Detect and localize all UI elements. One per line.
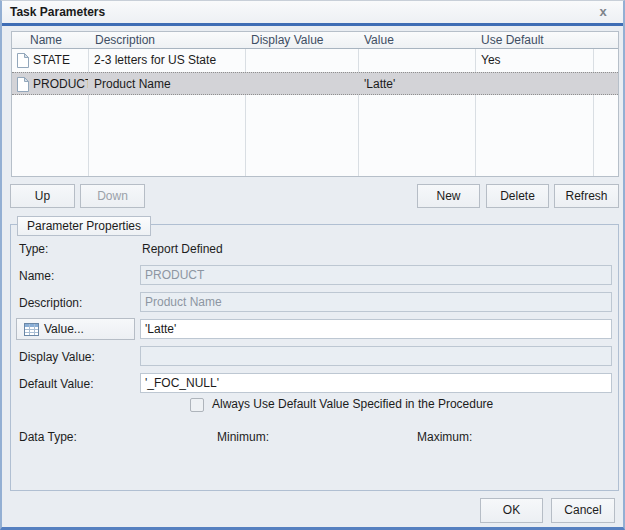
table-row-product[interactable]: PRODUCT Product Name 'Latte' — [12, 72, 618, 95]
minimum-label: Minimum: — [217, 430, 269, 444]
column-header-description: Description — [89, 32, 245, 49]
value-field[interactable] — [140, 319, 612, 339]
type-label: Type: — [19, 242, 48, 256]
parameter-table: Name Description Display Value Value Use… — [11, 31, 619, 177]
new-button[interactable]: New — [417, 184, 480, 208]
up-button[interactable]: Up — [10, 184, 75, 208]
groupbox-legend: Parameter Properties — [17, 216, 151, 236]
always-use-default-label: Always Use Default Value Specified in th… — [212, 397, 493, 411]
cell-use-default: Yes — [476, 49, 593, 72]
cell-use-default — [476, 73, 593, 96]
title-bar: Task Parameters x — [2, 1, 623, 23]
cell-description: Product Name — [89, 73, 245, 96]
always-use-default-checkbox[interactable] — [190, 398, 204, 412]
name-label: Name: — [19, 269, 54, 283]
column-header-display-value: Display Value — [246, 32, 358, 49]
display-value-field — [140, 346, 612, 366]
delete-button[interactable]: Delete — [486, 184, 549, 208]
cell-description: 2-3 letters for US State — [89, 49, 245, 72]
data-type-label: Data Type: — [19, 430, 77, 444]
down-button[interactable]: Down — [80, 184, 145, 208]
task-parameters-dialog: Task Parameters x Name Description Displ… — [0, 0, 625, 530]
column-header-value: Value — [359, 32, 475, 49]
cell-display-value — [246, 73, 358, 96]
value-button-label: Value... — [44, 322, 84, 336]
cell-value: 'Latte' — [359, 73, 475, 96]
cell-display-value — [246, 49, 358, 72]
column-header-name: Name — [12, 32, 88, 49]
default-value-field[interactable] — [140, 373, 612, 393]
cell-name: PRODUCT — [28, 73, 88, 96]
value-button[interactable]: Value... — [16, 318, 135, 340]
cancel-button[interactable]: Cancel — [551, 498, 615, 523]
table-grid-icon — [24, 323, 39, 336]
description-label: Description: — [19, 296, 82, 310]
name-field — [140, 265, 612, 285]
maximum-label: Maximum: — [417, 430, 472, 444]
table-header: Name Description Display Value Value Use… — [12, 32, 618, 49]
ok-button[interactable]: OK — [480, 498, 543, 523]
type-value: Report Defined — [142, 242, 223, 256]
close-icon[interactable]: x — [595, 4, 611, 20]
dialog-title: Task Parameters — [10, 5, 105, 19]
cell-name: STATE — [28, 49, 88, 72]
title-accent-line — [2, 23, 623, 26]
table-row-state[interactable]: STATE 2-3 letters for US State Yes — [12, 49, 618, 72]
display-value-label: Display Value: — [19, 350, 95, 364]
refresh-button[interactable]: Refresh — [554, 184, 619, 208]
default-value-label: Default Value: — [19, 377, 94, 391]
column-header-use-default: Use Default — [476, 32, 593, 49]
cell-value — [359, 49, 475, 72]
description-field — [140, 292, 612, 312]
